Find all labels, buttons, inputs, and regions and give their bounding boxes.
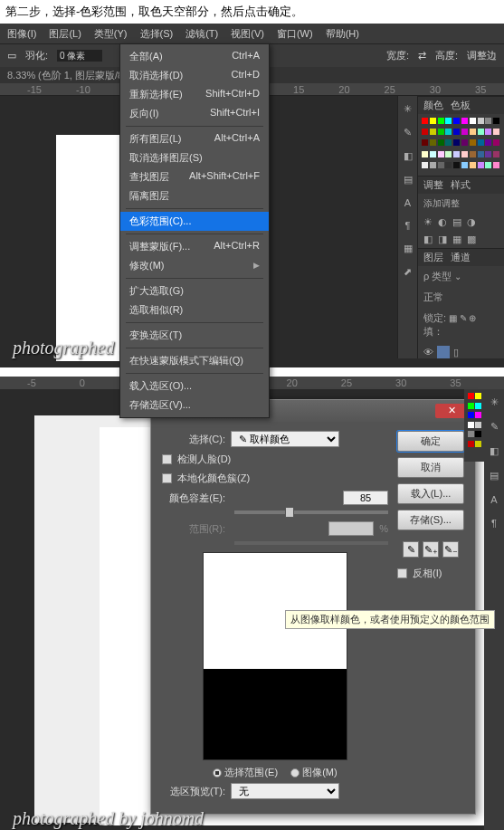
- preview-dropdown[interactable]: 无: [231, 783, 339, 799]
- select-label: 选择(C):: [162, 433, 225, 446]
- menu-item[interactable]: 重新选择(E)Shift+Ctrl+D: [120, 85, 269, 104]
- menu-item[interactable]: 存储选区(V)...: [120, 396, 269, 415]
- menu-item[interactable]: 取消选择图层(S): [120, 148, 269, 167]
- feather-label: 羽化:: [25, 49, 48, 62]
- clone-icon[interactable]: ◧: [404, 150, 413, 162]
- swatch-icon[interactable]: ✳: [490, 396, 499, 408]
- photoshop-window-2: -5051015202530354045 色彩范围 ✕ 选择(C): ✎ 取样颜…: [0, 377, 504, 830]
- right-panels: 颜色色板 调整样式 添加调整 ☀◐▤◑ ◧◨▦▩ 图层通道 ρ 类型 ⌄ 正常 …: [417, 96, 504, 358]
- photoshop-window-1: 图像(I) 图层(L) 类型(Y) 选择(S) 滤镜(T) 视图(V) 窗口(W…: [0, 24, 504, 367]
- menu-image[interactable]: 图像(I): [7, 27, 36, 41]
- tab-styles[interactable]: 样式: [451, 178, 471, 192]
- ok-button[interactable]: 确定: [397, 431, 464, 452]
- menu-item[interactable]: 载入选区(O)...: [120, 377, 269, 396]
- tab-channels[interactable]: 通道: [451, 251, 471, 264]
- menu-item[interactable]: 选取相似(R): [120, 301, 269, 320]
- fuzziness-slider[interactable]: [234, 510, 388, 514]
- brush-icon[interactable]: ✎: [490, 421, 499, 433]
- eyedropper-add-icon[interactable]: ✎₊: [423, 541, 439, 558]
- brush-icon[interactable]: ✎: [404, 127, 412, 138]
- detect-faces-checkbox[interactable]: [162, 454, 172, 464]
- tab-color[interactable]: 颜色: [423, 99, 443, 112]
- menu-help[interactable]: 帮助(H): [326, 27, 359, 41]
- menu-item[interactable]: 隔离图层: [120, 186, 269, 205]
- tab-swatches[interactable]: 色板: [451, 99, 471, 112]
- menu-select[interactable]: 选择(S): [140, 27, 174, 41]
- char-icon[interactable]: A: [490, 494, 497, 505]
- menu-item[interactable]: 变换选区(T): [120, 326, 269, 345]
- color-range-dialog: 色彩范围 ✕ 选择(C): ✎ 取样颜色 检测人脸(D) 本地化颜色簇(Z) 颜…: [150, 399, 476, 815]
- marquee-icon[interactable]: ▭: [7, 50, 16, 62]
- eyedropper-sub-icon[interactable]: ✎₋: [442, 541, 459, 558]
- eye-icon[interactable]: 👁: [423, 347, 433, 358]
- layers-icon[interactable]: ▦: [404, 243, 413, 254]
- watermark: photographed by johnomd: [13, 808, 204, 829]
- select-dropdown[interactable]: ✎ 取样颜色: [231, 431, 339, 447]
- range-input: [328, 521, 374, 536]
- width-label: 宽度:: [386, 49, 409, 62]
- para-icon[interactable]: ¶: [491, 518, 497, 529]
- menu-layer[interactable]: 图层(L): [49, 27, 81, 41]
- close-icon[interactable]: ✕: [435, 404, 468, 418]
- select-menu-dropdown: 全部(A)Ctrl+A取消选择(D)Ctrl+D重新选择(E)Shift+Ctr…: [119, 43, 270, 418]
- feather-input[interactable]: [57, 50, 102, 62]
- para-icon[interactable]: ¶: [405, 220, 411, 231]
- radio-image[interactable]: [290, 768, 300, 778]
- char-icon[interactable]: A: [404, 197, 411, 208]
- fuzziness-input[interactable]: [343, 491, 388, 505]
- invert-checkbox[interactable]: [397, 568, 407, 578]
- right-icon-strip: ✳ ✎ ◧ ▤ A ¶ ▦ ⬈: [397, 96, 417, 358]
- preview-label: 选区预览(T):: [162, 785, 225, 798]
- history-icon[interactable]: ▤: [490, 470, 499, 482]
- height-label: 高度:: [435, 49, 458, 62]
- menu-view[interactable]: 视图(V): [231, 27, 264, 41]
- save-button[interactable]: 存储(S)...: [397, 510, 464, 530]
- swatches-grid[interactable]: [418, 114, 504, 176]
- history-icon[interactable]: ▤: [404, 174, 413, 186]
- swatch-icon[interactable]: ✳: [404, 103, 412, 115]
- tooltip: 从图像取样颜色，或者使用预定义的颜色范围: [285, 610, 495, 629]
- tab-layers[interactable]: 图层: [423, 251, 443, 264]
- instruction-text: 第二步，选择-色彩范围，取色天空部分，然后点击确定。: [0, 0, 504, 24]
- selection-preview[interactable]: [203, 552, 347, 760]
- menu-item[interactable]: 查找图层Alt+Shift+Ctrl+F: [120, 167, 269, 186]
- range-slider: [234, 541, 388, 545]
- tab-adjust[interactable]: 调整: [423, 178, 443, 192]
- menu-item[interactable]: 反向(I)Shift+Ctrl+I: [120, 104, 269, 123]
- menu-window[interactable]: 窗口(W): [277, 27, 313, 41]
- add-adjustment-label: 添加调整: [418, 194, 504, 214]
- local-clusters-checkbox[interactable]: [162, 473, 172, 483]
- clone-icon[interactable]: ◧: [490, 445, 499, 457]
- menu-item[interactable]: 全部(A)Ctrl+A: [120, 47, 269, 66]
- menu-item[interactable]: 在快速蒙版模式下编辑(Q): [120, 351, 269, 370]
- cancel-button[interactable]: 取消: [397, 457, 464, 478]
- menu-item[interactable]: 调整蒙版(F)...Alt+Ctrl+R: [120, 237, 269, 256]
- refine-edge[interactable]: 调整边: [467, 49, 497, 62]
- menu-item[interactable]: 取消选择(D)Ctrl+D: [120, 66, 269, 85]
- menu-filter[interactable]: 滤镜(T): [185, 27, 218, 41]
- menu-item[interactable]: 所有图层(L)Alt+Ctrl+A: [120, 129, 269, 148]
- menu-item[interactable]: 色彩范围(C)...: [120, 212, 269, 231]
- load-button[interactable]: 载入(L)...: [397, 483, 464, 504]
- range-label: 范围(R):: [162, 522, 225, 536]
- menu-bar: 图像(I) 图层(L) 类型(Y) 选择(S) 滤镜(T) 视图(V) 窗口(W…: [0, 24, 504, 43]
- menu-item[interactable]: 扩大选取(G): [120, 281, 269, 301]
- menu-item[interactable]: 修改(M)▶: [120, 256, 269, 275]
- fuzziness-label: 颜色容差(E):: [162, 491, 225, 505]
- eyedropper-icon[interactable]: ✎: [403, 541, 419, 558]
- menu-type[interactable]: 类型(Y): [94, 27, 128, 41]
- nav-icon[interactable]: ⬈: [404, 266, 412, 278]
- radio-selection[interactable]: [213, 768, 222, 778]
